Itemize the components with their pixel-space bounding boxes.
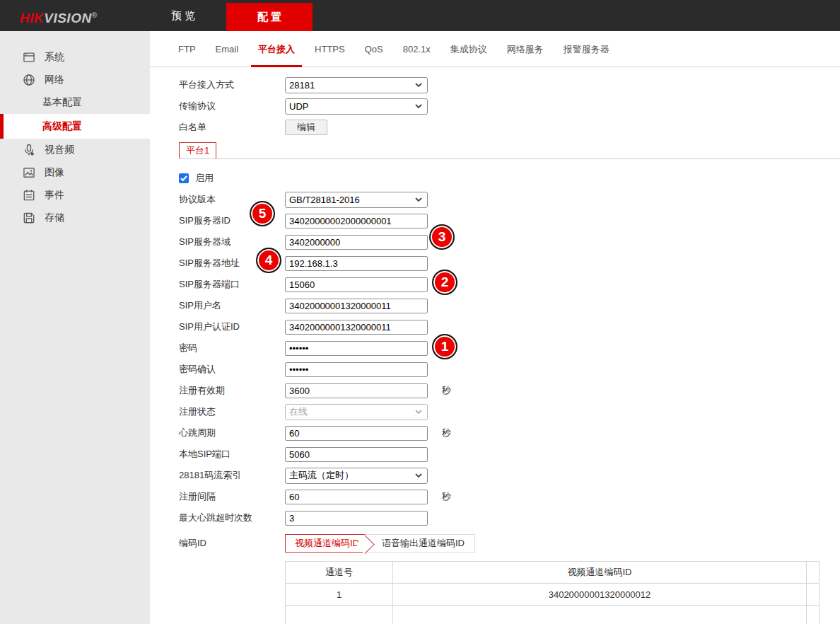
max-heartbeat-timeout-label: 最大心跳超时次数 [179, 512, 285, 524]
password-input[interactable] [285, 341, 428, 356]
encode-id-label: 编码ID [179, 537, 285, 550]
callout-badge-2: 2 [432, 270, 457, 295]
chevron-down-icon [415, 83, 422, 87]
sip-server-address-input[interactable] [285, 256, 428, 271]
stream-index-label: 28181码流索引 [179, 469, 285, 482]
select-value: UDP [289, 101, 308, 112]
sidebar-item-advanced-config[interactable]: 高级配置 [0, 114, 150, 139]
heartbeat-interval-input[interactable] [285, 426, 428, 441]
transport-protocol-select[interactable]: UDP [285, 98, 428, 115]
cell-channel [286, 606, 393, 624]
protocol-version-select[interactable]: GB/T28181-2016 [285, 192, 428, 208]
sidebar-item-audio-video[interactable]: 视音频 [0, 139, 150, 161]
logo-registered-mark: ® [92, 11, 98, 19]
local-sip-port-input[interactable] [285, 447, 428, 462]
table-row[interactable] [286, 606, 819, 624]
password-label: 密码 [179, 342, 285, 354]
callout-badge-1: 1 [432, 334, 457, 359]
hikvision-logo: HIKVISION® [20, 0, 98, 31]
tab-network-service[interactable]: 网络服务 [497, 31, 554, 67]
tab-8021x[interactable]: 802.1x [393, 31, 441, 67]
platform-tab-strip: 平台1 [179, 142, 840, 159]
sidebar-item-label: 事件 [45, 189, 64, 202]
nav-tab-config[interactable]: 配 置 [226, 3, 313, 31]
sip-server-port-input[interactable] [285, 277, 428, 292]
max-heartbeat-timeout-input[interactable] [285, 511, 428, 526]
callout-badge-5: 5 [250, 201, 275, 226]
check-icon [180, 175, 187, 181]
seconds-unit: 秒 [442, 384, 451, 397]
sidebar-item-label: 图像 [45, 166, 64, 179]
tab-https[interactable]: HTTPS [305, 31, 355, 67]
tab-platform-access[interactable]: 平台接入 [248, 31, 305, 67]
sip-auth-id-input[interactable] [285, 320, 428, 335]
sidebar-item-label: 系统 [45, 51, 64, 64]
chevron-down-icon [415, 473, 422, 478]
tab-integration-protocol[interactable]: 集成协议 [441, 31, 497, 67]
chevron-down-icon [415, 410, 422, 414]
tab-audio-output-encode-id[interactable]: 语音输出通道编码ID [365, 534, 475, 553]
column-header-extra [807, 562, 819, 584]
access-mode-label: 平台接入方式 [179, 79, 285, 91]
sip-username-input[interactable] [285, 299, 428, 313]
select-value: 在线 [289, 405, 308, 418]
sidebar-item-system[interactable]: 系统 [0, 46, 150, 69]
storage-disk-icon [21, 210, 37, 226]
settings-tabbar: FTP Email 平台接入 HTTPS QoS 802.1x 集成协议 网络服… [150, 31, 840, 67]
tab-qos[interactable]: QoS [355, 31, 393, 67]
table-header-row: 通道号 视频通道编码ID [286, 562, 819, 584]
tab-alarm-server[interactable]: 报警服务器 [554, 31, 619, 67]
audio-video-mic-icon [21, 142, 37, 158]
registration-interval-label: 注册间隔 [179, 490, 285, 503]
tab-platform1[interactable]: 平台1 [179, 142, 216, 158]
chevron-down-icon [415, 104, 422, 108]
sidebar-item-basic-config[interactable]: 基本配置 [0, 91, 150, 114]
registration-status-label: 注册状态 [179, 405, 285, 418]
tab-email[interactable]: Email [206, 31, 249, 67]
cell-extra [807, 584, 819, 606]
sip-server-id-input[interactable] [285, 214, 428, 229]
password-confirm-input[interactable] [285, 362, 428, 377]
sidebar-item-storage[interactable]: 存储 [0, 207, 150, 229]
whitelist-edit-button[interactable]: 编辑 [285, 120, 327, 135]
sip-server-domain-input[interactable] [285, 235, 428, 250]
sip-auth-id-label: SIP用户认证ID [179, 320, 285, 333]
image-icon [21, 165, 37, 180]
enable-checkbox[interactable] [179, 173, 189, 183]
stream-index-select[interactable]: 主码流（定时） [285, 468, 428, 484]
registration-status-select: 在线 [285, 404, 428, 420]
encode-id-tabs: 视频通道编码ID 语音输出通道编码ID [285, 534, 475, 553]
registration-interval-input[interactable] [285, 490, 428, 504]
sidebar-item-event[interactable]: 事件 [0, 184, 150, 207]
enable-label: 启用 [195, 172, 214, 185]
callout-badge-3: 3 [429, 224, 455, 250]
sidebar-item-network[interactable]: 网络 [0, 69, 150, 91]
sidebar-item-label: 网络 [45, 74, 64, 86]
cell-encode-id [393, 606, 807, 624]
registration-validity-input[interactable] [285, 383, 428, 398]
main-nav: 预 览 配 置 [140, 0, 313, 31]
sidebar-item-image[interactable]: 图像 [0, 161, 150, 184]
sidebar: 系统 网络 基本配置 高级配置 视音频 图像 事件 存储 [0, 31, 150, 624]
chevron-down-icon [415, 197, 422, 202]
sidebar-item-label: 视音频 [45, 144, 74, 156]
select-value: GB/T28181-2016 [289, 195, 360, 205]
local-sip-port-label: 本地SIP端口 [179, 448, 285, 461]
sip-server-domain-label: SIP服务器域 [179, 236, 285, 248]
access-mode-select[interactable]: 28181 [285, 77, 428, 93]
select-value: 28181 [289, 80, 315, 91]
platform1-section: 启用 协议版本 GB/T28181-2016 SIP服务器ID SIP服务器域 … [179, 168, 840, 624]
encode-id-table: 通道号 视频通道编码ID 1 34020000001320000012 [285, 561, 819, 624]
tab-video-channel-encode-id[interactable]: 视频通道编码ID [285, 534, 365, 553]
tab-ftp[interactable]: FTP [168, 31, 206, 67]
column-header-channel: 通道号 [286, 562, 393, 584]
cell-encode-id: 34020000001320000012 [393, 584, 807, 606]
main-content: FTP Email 平台接入 HTTPS QoS 802.1x 集成协议 网络服… [150, 31, 840, 624]
seconds-unit: 秒 [442, 490, 451, 503]
nav-tab-preview[interactable]: 预 览 [140, 0, 226, 31]
network-globe-icon [21, 72, 37, 88]
transport-protocol-label: 传输协议 [179, 100, 285, 112]
table-row[interactable]: 1 34020000001320000012 [286, 584, 819, 606]
password-confirm-label: 密码确认 [179, 363, 285, 376]
callout-badge-4: 4 [256, 248, 281, 273]
